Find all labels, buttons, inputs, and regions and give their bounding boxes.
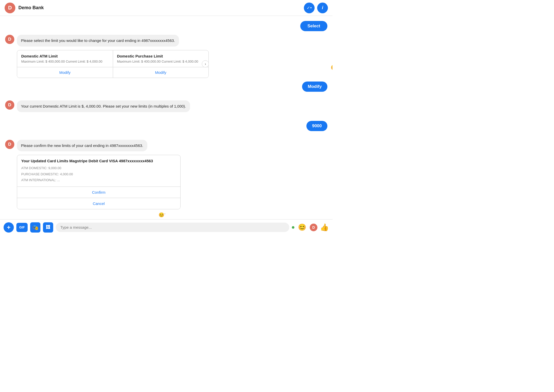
like-icon: 👍	[320, 223, 329, 231]
purchase-domestic-detail: PURCHASE DOMESTIC: 4,000.00	[21, 171, 176, 177]
plus-icon: +	[7, 224, 10, 231]
confirm-card-container: Your Updated Card Limits Magstripe Debit…	[17, 155, 327, 209]
app-title: Demo Bank	[18, 5, 304, 10]
bot-bubble-3: Please confirm the new limits of your ca…	[17, 140, 147, 152]
sticker-button[interactable]: 🎭	[30, 222, 40, 233]
bot-bubble-2: Your current Domestic ATM Limit is $, 4,…	[17, 100, 190, 112]
share-icon-button[interactable]: ⬆	[330, 53, 333, 62]
gif-label: GIF	[19, 225, 25, 229]
message-input[interactable]	[56, 223, 289, 232]
domestic-atm-content: Domestic ATM Limit Maximum Limit: $ 400,…	[17, 50, 113, 67]
confirm-emoji-plus-icon: 😊+	[159, 212, 165, 217]
sticker-icon: 🎭	[32, 224, 39, 230]
dropdown-icon: ▾	[310, 6, 312, 9]
bottom-bar: + GIF 🎭 🖼 😊 D 👍	[0, 219, 333, 235]
header: D Demo Bank ✓ ▾ i	[0, 0, 333, 16]
select-button[interactable]: Select	[300, 21, 327, 31]
user-9000-row: 9000	[5, 121, 327, 131]
header-avatar: D	[5, 3, 15, 13]
confirm-actions: Confirm Cancel	[17, 187, 180, 209]
photo-icon: 🖼	[46, 225, 50, 230]
confirm-card-body: ATM DOMESTIC: 9,000.00 PURCHASE DOMESTIC…	[17, 165, 180, 187]
info-icon: i	[322, 5, 323, 10]
gif-button[interactable]: GIF	[16, 223, 28, 232]
check-button[interactable]: ✓ ▾	[304, 3, 315, 13]
info-button[interactable]: i	[317, 3, 328, 13]
card-grid-container: Domestic ATM Limit Maximum Limit: $ 400,…	[5, 50, 327, 78]
user-9000-bubble: 9000	[306, 121, 327, 131]
emoji-plus-button[interactable]: 😊+	[331, 64, 333, 71]
bot-avatar-2: D	[5, 100, 14, 110]
bot-avatar-3: D	[5, 140, 14, 149]
bot-message-1: D Please select the limit you would like…	[5, 35, 327, 47]
like-button[interactable]: 👍	[320, 223, 329, 232]
share-icon: ⬆	[333, 54, 333, 60]
confirm-button[interactable]: Confirm	[17, 187, 180, 198]
domestic-atm-title: Domestic ATM Limit	[21, 54, 109, 58]
confirm-card: Your Updated Card Limits Magstripe Debit…	[17, 155, 181, 209]
online-indicator	[292, 226, 294, 229]
domestic-purchase-content: Domestic Purchase Limit Maximum Limit: $…	[113, 50, 209, 67]
check-icon: ✓	[307, 5, 310, 10]
cancel-button[interactable]: Cancel	[17, 198, 180, 209]
emoji-plus-row: 😊+	[159, 212, 327, 218]
user-modify-row: Modify	[5, 82, 327, 92]
emoji-plus-icon: 😊+	[331, 65, 333, 70]
domestic-atm-card: Domestic ATM Limit Maximum Limit: $ 400,…	[17, 50, 113, 78]
limit-card-grid: Domestic ATM Limit Maximum Limit: $ 400,…	[17, 50, 209, 78]
select-bubble-row: Select	[5, 21, 327, 31]
bot-message-3: D Please confirm the new limits of your …	[5, 140, 327, 152]
emoji-button[interactable]: 😊	[297, 222, 307, 233]
confirm-emoji-plus-button[interactable]: 😊+	[159, 212, 165, 218]
domestic-atm-modify-btn[interactable]: Modify	[17, 67, 113, 78]
domestic-atm-subtitle: Maximum Limit: $ 400,000.00 Current Limi…	[21, 60, 109, 63]
emoji-icon: 😊	[298, 223, 306, 231]
atm-domestic-detail: ATM DOMESTIC: 9,000.00	[21, 165, 176, 171]
domestic-purchase-title: Domestic Purchase Limit	[117, 54, 205, 58]
confirm-card-title: Your Updated Card Limits Magstripe Debit…	[17, 155, 180, 165]
domestic-purchase-subtitle: Maximum Limit: $ 400,000.00 Current Limi…	[117, 60, 205, 63]
user-avatar-bottom: D	[310, 224, 317, 231]
chevron-right-button[interactable]: ›	[202, 60, 209, 67]
domestic-purchase-card: Domestic Purchase Limit Maximum Limit: $…	[113, 50, 209, 78]
chat-area: Select D Please select the limit you wou…	[0, 16, 333, 219]
atm-international-detail: ATM INTERNATIONAL: ...	[21, 177, 176, 183]
user-modify-bubble: Modify	[302, 82, 327, 92]
photo-button[interactable]: 🖼	[43, 222, 53, 233]
plus-button[interactable]: +	[4, 222, 14, 233]
bot-avatar-1: D	[5, 35, 14, 44]
bot-bubble-1: Please select the limit you would like t…	[17, 35, 179, 47]
bot-message-2: D Your current Domestic ATM Limit is $, …	[5, 100, 327, 112]
domestic-purchase-modify-btn[interactable]: Modify	[113, 67, 209, 78]
header-actions: ✓ ▾ i	[304, 3, 328, 13]
